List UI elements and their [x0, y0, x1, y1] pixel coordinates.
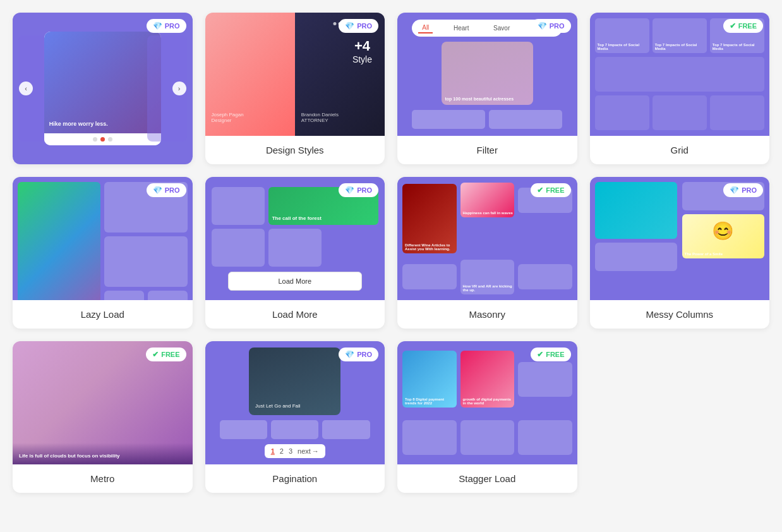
stagger-cell-6: [518, 420, 572, 455]
pagination-controls: 1 2 3 next →: [265, 444, 325, 458]
grid-cell-7: [710, 95, 764, 130]
stagger-cell-4: [402, 420, 457, 455]
check-icon: ✔: [730, 21, 736, 30]
messy-small-1: [595, 243, 677, 271]
stagger-cell-3: [518, 362, 572, 397]
carousel-text: Hike more worry less.: [49, 121, 108, 128]
card-metro: ✔ FREE Life is full of clouds but focus …: [13, 341, 193, 493]
design-person-left: Joseph Pagan Designer: [205, 13, 295, 136]
lazyload-label: Lazy Load: [13, 300, 193, 329]
card-carousel: 💎 PRO Hike more worry less. ‹ › Carousel: [13, 13, 193, 164]
pagination-next[interactable]: next →: [298, 447, 319, 455]
pagination-label: Pagination: [205, 464, 385, 493]
messy-col-1: [595, 182, 677, 271]
filter-side-cards: [412, 110, 562, 129]
check-icon: ✔: [537, 350, 543, 359]
stagger-cell-2: growth of digital payments in the world: [460, 351, 515, 408]
metro-overlay: Life is full of clouds but focus on visi…: [13, 443, 193, 464]
lazyload-cell-4: [104, 291, 144, 300]
carousel-arrow-left[interactable]: ‹: [19, 82, 33, 95]
card-lazy-load: 💎 PRO Christine is my perfume Lazy Load: [13, 177, 193, 329]
filter-small-card-1: [412, 110, 485, 129]
card-messy-columns: 💎 PRO 😊 The Power of a Smile Messy Colum…: [590, 177, 770, 329]
messy-yellow-cell: 😊 The Power of a Smile: [682, 214, 764, 258]
filter-tab-heart[interactable]: Heart: [450, 23, 472, 33]
loadmore-cell-1: [212, 187, 265, 225]
lazyload-cell-5: [148, 291, 188, 300]
grid-img-5: [595, 95, 649, 130]
filter-preview: 💎 PRO All Heart Savor Vogue top 100 most…: [397, 13, 577, 136]
pagination-small-1: [220, 420, 267, 439]
grid-cell-4: [595, 57, 764, 92]
diamond-icon: 💎: [153, 21, 162, 30]
masonry-cell-3: [402, 264, 457, 289]
badge-pro: 💎 PRO: [339, 348, 378, 361]
grid-img-1: Top 7 Impacts of Social Media: [595, 18, 649, 53]
lazyload-cell-3: [104, 236, 187, 287]
stagger-cell-5: [460, 420, 515, 455]
messy-columns-label: Messy Columns: [590, 300, 770, 329]
carousel-image: Hike more worry less.: [44, 32, 161, 133]
grid-img-4: [595, 57, 764, 92]
grid-preview: ✔ FREE Top 7 Impacts of Social Media Top…: [590, 13, 770, 136]
masonry-preview: ✔ FREE Different Wine Articles to Assist…: [397, 177, 577, 300]
badge-pro: 💎 PRO: [147, 183, 186, 197]
metro-preview: ✔ FREE Life is full of clouds but focus …: [13, 341, 193, 464]
card-design-styles: 💎 PRO Joseph Pagan Designer +4 Style: [205, 13, 385, 164]
carousel-arrow-right[interactable]: ›: [172, 82, 186, 95]
grid-cell-5: [595, 95, 649, 130]
page-2[interactable]: 2: [280, 447, 284, 455]
masonry-pink-cell: Happiness can fall in waves: [460, 183, 515, 217]
arrow-right-icon: →: [312, 447, 319, 455]
stagger-cell-1: Top 8 Digital payment trends for 2022: [402, 351, 457, 408]
dot-1: [93, 137, 97, 142]
loadmore-label: Load More: [205, 300, 385, 329]
lazyload-main-image: Christine is my perfume: [18, 182, 100, 300]
load-more-button[interactable]: Load More: [228, 272, 362, 291]
stagger-preview: ✔ FREE Top 8 Digital payment trends for …: [397, 341, 577, 464]
pagination-side-cards: [220, 420, 370, 439]
pagination-small-3: [322, 420, 370, 439]
card-grid: ✔ FREE Top 7 Impacts of Social Media Top…: [590, 13, 770, 164]
filter-image: top 100 most beautiful actresses: [442, 42, 533, 105]
grid-img-7: [710, 95, 764, 130]
page-1[interactable]: 1: [271, 447, 275, 455]
dot: [333, 22, 336, 25]
dot-2: [100, 137, 105, 142]
messy-preview: 💎 PRO 😊 The Power of a Smile: [590, 177, 770, 300]
loadmore-top-grid: The call of the forest: [212, 187, 379, 267]
masonry-cell-5: [518, 264, 572, 289]
badge-free: ✔ FREE: [146, 348, 186, 361]
carousel-inner: Hike more worry less.: [44, 32, 161, 145]
stagger-text-2: growth of digital payments in the world: [463, 397, 515, 405]
masonry-label: Masonry: [397, 300, 577, 329]
lazyload-preview: 💎 PRO Christine is my perfume: [13, 177, 193, 300]
card-pagination: 💎 PRO Just Let Go and Fall 1 2 3 next →: [205, 341, 385, 493]
masonry-text-3: How VR and AR are kicking the up.: [463, 284, 515, 292]
badge-free: ✔ FREE: [723, 19, 763, 33]
badge-free: ✔ FREE: [531, 348, 570, 361]
loadmore-cell-4: [268, 229, 322, 267]
diamond-icon: 💎: [345, 186, 354, 195]
masonry-wine-cell: Different Wine Articles to Assist you Wi…: [402, 184, 457, 253]
grid-img-6: [653, 95, 707, 130]
carousel-dots: [44, 133, 161, 145]
loadmore-cell-3: [212, 229, 265, 267]
metro-text: Life is full of clouds but focus on visi…: [19, 452, 186, 459]
page-3[interactable]: 3: [289, 447, 292, 455]
diamond-icon: 💎: [730, 186, 739, 195]
loadmore-preview: 💎 PRO The call of the forest Load More: [205, 177, 385, 300]
filter-tab-all[interactable]: All: [418, 23, 433, 33]
check-icon: ✔: [537, 186, 543, 195]
stagger-text-1: Top 8 Digital payment trends for 2022: [405, 397, 457, 405]
filter-tab-savor[interactable]: Savor: [490, 23, 514, 33]
cards-grid: 💎 PRO Hike more worry less. ‹ › Carousel: [13, 13, 769, 493]
filter-image-text: top 100 most beautiful actresses: [445, 97, 514, 101]
grid-img-2: Top 7 Impacts of Social Media: [653, 18, 707, 53]
metro-label: Metro: [13, 464, 193, 493]
diamond-icon: 💎: [153, 186, 162, 195]
person2-name: Brandon Daniels ATTORNEY: [301, 112, 339, 123]
smiley-icon: 😊: [682, 214, 764, 241]
pagination-preview: 💎 PRO Just Let Go and Fall 1 2 3 next →: [205, 341, 385, 464]
dot-3: [108, 137, 112, 142]
